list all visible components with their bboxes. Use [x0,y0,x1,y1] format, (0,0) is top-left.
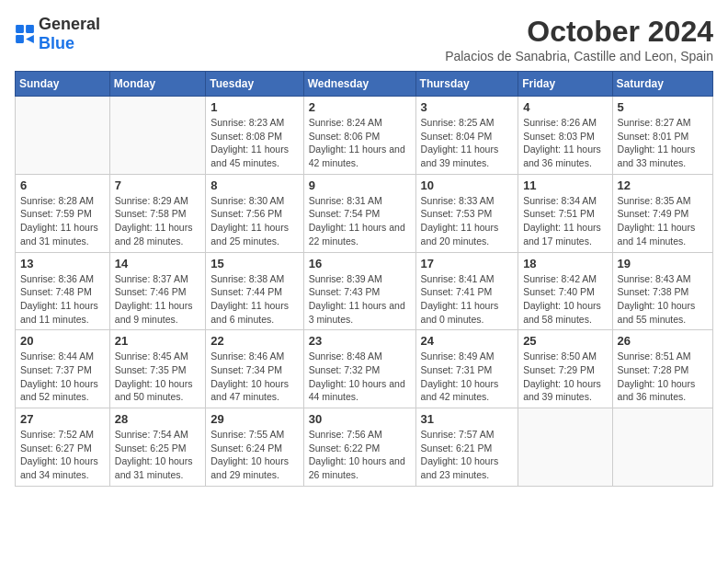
day-number: 6 [20,178,105,192]
day-number: 21 [115,334,200,348]
day-info: Sunrise: 8:49 AM Sunset: 7:31 PM Dayligh… [421,350,514,404]
calendar-day-cell: 3Sunrise: 8:25 AM Sunset: 8:04 PM Daylig… [415,97,518,175]
calendar-day-cell [109,97,205,175]
title-block: October 2024 Palacios de Sanabria, Casti… [445,15,713,63]
calendar-day-cell: 7Sunrise: 8:29 AM Sunset: 7:58 PM Daylig… [109,174,205,252]
svg-rect-1 [26,25,34,33]
calendar-day-cell: 23Sunrise: 8:48 AM Sunset: 7:32 PM Dayli… [303,330,415,408]
weekday-header: Tuesday [206,72,303,97]
day-info: Sunrise: 8:41 AM Sunset: 7:41 PM Dayligh… [421,272,514,327]
day-number: 22 [210,334,298,348]
day-info: Sunrise: 8:30 AM Sunset: 7:56 PM Dayligh… [210,194,298,248]
day-number: 25 [523,334,607,348]
header: General Blue October 2024 Palacios de Sa… [15,15,713,63]
day-info: Sunrise: 8:37 AM Sunset: 7:46 PM Dayligh… [115,272,200,327]
day-info: Sunrise: 8:42 AM Sunset: 7:40 PM Dayligh… [523,272,607,327]
weekday-header: Sunday [16,72,110,97]
weekday-header: Monday [109,72,205,97]
day-number: 5 [618,100,708,114]
svg-rect-0 [16,25,24,33]
day-number: 18 [523,257,607,270]
calendar-day-cell: 25Sunrise: 8:50 AM Sunset: 7:29 PM Dayli… [518,330,612,408]
day-info: Sunrise: 8:33 AM Sunset: 7:53 PM Dayligh… [421,194,514,248]
day-info: Sunrise: 8:24 AM Sunset: 8:06 PM Dayligh… [309,116,411,170]
calendar-week-row: 27Sunrise: 7:52 AM Sunset: 6:27 PM Dayli… [16,408,713,487]
day-number: 14 [115,257,200,270]
day-info: Sunrise: 8:46 AM Sunset: 7:34 PM Dayligh… [210,350,298,404]
calendar-day-cell: 10Sunrise: 8:33 AM Sunset: 7:53 PM Dayli… [415,174,518,252]
calendar-day-cell: 12Sunrise: 8:35 AM Sunset: 7:49 PM Dayli… [612,174,712,252]
calendar-day-cell: 21Sunrise: 8:45 AM Sunset: 7:35 PM Dayli… [109,330,205,408]
logo-text: General Blue [39,15,100,53]
svg-rect-2 [16,35,24,43]
day-number: 13 [20,257,105,270]
day-info: Sunrise: 8:44 AM Sunset: 7:37 PM Dayligh… [20,350,105,404]
day-number: 31 [421,412,514,426]
calendar-day-cell: 19Sunrise: 8:43 AM Sunset: 7:38 PM Dayli… [612,252,712,330]
calendar-day-cell [518,408,612,487]
day-number: 4 [523,100,607,114]
day-number: 1 [210,100,298,114]
calendar-week-row: 13Sunrise: 8:36 AM Sunset: 7:48 PM Dayli… [16,252,713,330]
day-info: Sunrise: 8:28 AM Sunset: 7:59 PM Dayligh… [20,194,105,248]
day-info: Sunrise: 8:25 AM Sunset: 8:04 PM Dayligh… [421,116,514,170]
day-info: Sunrise: 8:36 AM Sunset: 7:48 PM Dayligh… [20,272,105,327]
day-info: Sunrise: 7:56 AM Sunset: 6:22 PM Dayligh… [309,428,411,482]
calendar-day-cell: 1Sunrise: 8:23 AM Sunset: 8:08 PM Daylig… [206,97,303,175]
svg-marker-3 [26,35,34,43]
calendar-day-cell: 31Sunrise: 7:57 AM Sunset: 6:21 PM Dayli… [415,408,518,487]
calendar-week-row: 6Sunrise: 8:28 AM Sunset: 7:59 PM Daylig… [16,174,713,252]
day-number: 17 [421,257,514,270]
day-number: 9 [309,178,411,192]
day-info: Sunrise: 8:29 AM Sunset: 7:58 PM Dayligh… [115,194,200,248]
day-info: Sunrise: 7:55 AM Sunset: 6:24 PM Dayligh… [210,428,298,482]
day-number: 19 [618,257,708,270]
calendar-day-cell: 14Sunrise: 8:37 AM Sunset: 7:46 PM Dayli… [109,252,205,330]
calendar-day-cell: 8Sunrise: 8:30 AM Sunset: 7:56 PM Daylig… [206,174,303,252]
calendar-day-cell: 6Sunrise: 8:28 AM Sunset: 7:59 PM Daylig… [16,174,110,252]
day-number: 3 [421,100,514,114]
calendar-day-cell: 17Sunrise: 8:41 AM Sunset: 7:41 PM Dayli… [415,252,518,330]
day-number: 20 [20,334,105,348]
calendar-day-cell: 29Sunrise: 7:55 AM Sunset: 6:24 PM Dayli… [206,408,303,487]
calendar-day-cell: 20Sunrise: 8:44 AM Sunset: 7:37 PM Dayli… [16,330,110,408]
calendar-week-row: 1Sunrise: 8:23 AM Sunset: 8:08 PM Daylig… [16,97,713,175]
day-info: Sunrise: 8:23 AM Sunset: 8:08 PM Dayligh… [210,116,298,170]
day-number: 11 [523,178,607,192]
day-number: 24 [421,334,514,348]
day-number: 30 [309,412,411,426]
calendar-day-cell: 28Sunrise: 7:54 AM Sunset: 6:25 PM Dayli… [109,408,205,487]
calendar-day-cell [16,97,110,175]
calendar-day-cell: 24Sunrise: 8:49 AM Sunset: 7:31 PM Dayli… [415,330,518,408]
day-info: Sunrise: 8:43 AM Sunset: 7:38 PM Dayligh… [618,272,708,327]
calendar-day-cell: 15Sunrise: 8:38 AM Sunset: 7:44 PM Dayli… [206,252,303,330]
day-number: 15 [210,257,298,270]
day-number: 10 [421,178,514,192]
logo: General Blue [15,15,100,53]
day-number: 2 [309,100,411,114]
calendar-day-cell: 4Sunrise: 8:26 AM Sunset: 8:03 PM Daylig… [518,97,612,175]
day-info: Sunrise: 8:38 AM Sunset: 7:44 PM Dayligh… [210,272,298,327]
calendar-day-cell: 22Sunrise: 8:46 AM Sunset: 7:34 PM Dayli… [206,330,303,408]
day-info: Sunrise: 7:54 AM Sunset: 6:25 PM Dayligh… [115,428,200,482]
day-info: Sunrise: 8:26 AM Sunset: 8:03 PM Dayligh… [523,116,607,170]
calendar-week-row: 20Sunrise: 8:44 AM Sunset: 7:37 PM Dayli… [16,330,713,408]
day-info: Sunrise: 8:50 AM Sunset: 7:29 PM Dayligh… [523,350,607,404]
day-info: Sunrise: 8:31 AM Sunset: 7:54 PM Dayligh… [309,194,411,248]
logo-general: General [39,15,100,33]
day-number: 27 [20,412,105,426]
calendar-day-cell [612,408,712,487]
logo-icon [15,24,35,44]
calendar-day-cell: 30Sunrise: 7:56 AM Sunset: 6:22 PM Dayli… [303,408,415,487]
calendar-day-cell: 5Sunrise: 8:27 AM Sunset: 8:01 PM Daylig… [612,97,712,175]
weekday-header: Thursday [415,72,518,97]
calendar-day-cell: 11Sunrise: 8:34 AM Sunset: 7:51 PM Dayli… [518,174,612,252]
weekday-header: Friday [518,72,612,97]
day-info: Sunrise: 7:57 AM Sunset: 6:21 PM Dayligh… [421,428,514,482]
day-info: Sunrise: 8:39 AM Sunset: 7:43 PM Dayligh… [309,272,411,327]
day-number: 12 [618,178,708,192]
calendar-day-cell: 18Sunrise: 8:42 AM Sunset: 7:40 PM Dayli… [518,252,612,330]
calendar-day-cell: 9Sunrise: 8:31 AM Sunset: 7:54 PM Daylig… [303,174,415,252]
day-number: 16 [309,257,411,270]
day-info: Sunrise: 7:52 AM Sunset: 6:27 PM Dayligh… [20,428,105,482]
